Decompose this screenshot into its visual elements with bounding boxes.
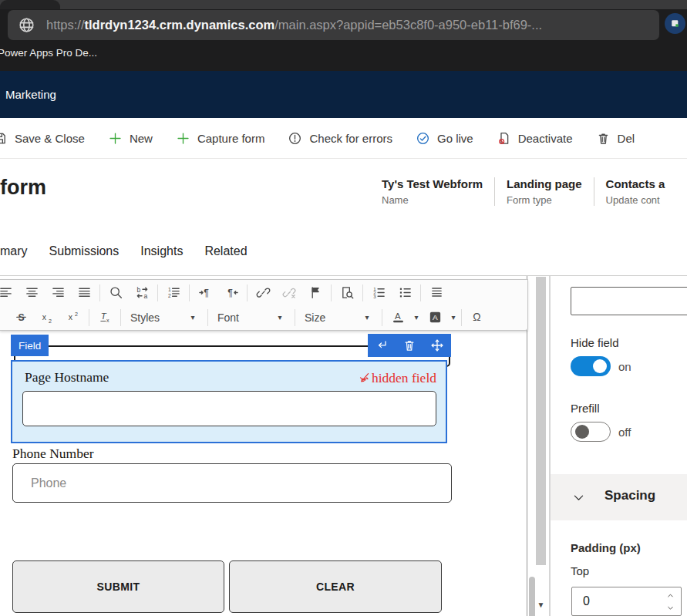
align-right-icon[interactable] <box>45 283 71 303</box>
panel-text-input[interactable] <box>571 287 687 315</box>
stepper-up-icon[interactable] <box>664 590 676 601</box>
command-label: Deactivate <box>518 132 573 145</box>
command-del[interactable]: Del <box>584 131 647 146</box>
subscript-icon[interactable]: x2 <box>34 308 60 328</box>
text-color-icon[interactable]: A <box>385 308 411 328</box>
prefill-state: off <box>618 426 631 439</box>
superscript-icon[interactable]: x2 <box>60 308 86 328</box>
url-host: tldrdyn1234.crm.dynamics.com <box>85 18 275 32</box>
align-center-icon[interactable] <box>19 283 45 303</box>
command-go-live[interactable]: Go live <box>404 131 485 146</box>
scroll-down-arrow[interactable]: ▼ <box>536 597 546 612</box>
richtext-toolbar: ba12¶¶123 Sx2x2TxStyles▾Font▾Size▾A▾A▾Ω <box>0 279 528 331</box>
svg-text:2: 2 <box>167 293 170 298</box>
chevron-down-icon: ▾ <box>362 313 372 321</box>
toolbar-separator <box>295 309 295 326</box>
align-left-icon[interactable] <box>0 283 19 303</box>
omega-icon[interactable]: Ω <box>464 308 490 328</box>
prefill-toggle[interactable] <box>571 422 611 442</box>
tab-insights[interactable]: Insights <box>140 244 183 258</box>
svg-text:¶: ¶ <box>204 288 209 298</box>
page-hostname-input[interactable] <box>22 391 436 426</box>
svg-text:a: a <box>143 292 147 300</box>
plus-icon <box>176 131 190 146</box>
toggle-knob <box>593 359 607 373</box>
field-label: Page Hostname <box>25 369 109 385</box>
svg-text:2: 2 <box>48 318 51 325</box>
svg-text:¶: ¶ <box>227 288 233 298</box>
tab-related[interactable]: Related <box>204 244 247 258</box>
property-panel: Hide field on Prefill off Spacing Paddin… <box>551 276 687 616</box>
toolbar-row-1: ba12¶¶123 <box>0 281 527 305</box>
bulleted-list-icon[interactable] <box>392 283 418 303</box>
dropdown-caret-icon[interactable]: ▾ <box>411 313 422 321</box>
strikethrough-icon[interactable]: S <box>8 308 34 328</box>
preview-icon[interactable] <box>334 283 360 303</box>
phone-input[interactable] <box>12 463 452 503</box>
paragraph-rtl-icon[interactable]: ¶ <box>218 283 244 303</box>
underline-icon[interactable] <box>0 308 8 328</box>
page-break-icon[interactable]: 12 <box>160 283 187 303</box>
command-new[interactable]: New <box>96 131 164 146</box>
toolbar-separator <box>247 284 248 301</box>
svg-text:x: x <box>68 313 72 321</box>
save-close-icon <box>0 131 8 146</box>
clear-button[interactable]: CLEAR <box>229 560 442 613</box>
styles-dropdown[interactable]: Styles▾ <box>123 311 205 324</box>
editor-scrollbar[interactable] <box>529 577 535 616</box>
bg-color-icon[interactable]: A <box>422 308 448 328</box>
extension-icon[interactable] <box>665 13 685 34</box>
dropdown-caret-icon[interactable]: ▾ <box>448 313 459 321</box>
spacing-section-header[interactable]: Spacing <box>551 474 687 520</box>
address-bar[interactable]: https://tldrdyn1234.crm.dynamics.com/mai… <box>8 10 659 40</box>
align-justify-icon[interactable] <box>71 283 97 303</box>
anchor-flag-icon[interactable] <box>302 283 328 303</box>
bookmark-item[interactable]: Power Apps Pro De... <box>0 47 97 59</box>
page-scrollbar[interactable] <box>536 277 546 565</box>
return-icon[interactable] <box>375 338 389 352</box>
spacing-label: Spacing <box>604 488 655 503</box>
hide-field-label: Hide field <box>571 336 619 349</box>
tab-mary[interactable]: mary <box>0 244 28 258</box>
stepper-down-icon[interactable] <box>664 602 676 613</box>
top-label: Top <box>571 564 589 577</box>
command-label: Check for errors <box>309 132 392 145</box>
svg-text:2: 2 <box>74 311 77 318</box>
command-deactivate[interactable]: Deactivate <box>485 131 584 146</box>
toolbar-separator <box>362 284 363 301</box>
search-icon[interactable] <box>103 283 129 303</box>
paragraph-ltr-icon[interactable]: ¶ <box>192 283 218 303</box>
move-icon[interactable] <box>430 338 444 352</box>
unlink-icon[interactable] <box>276 283 302 303</box>
app-title[interactable]: Marketing <box>5 71 56 118</box>
chevron-down-icon: ▾ <box>187 313 198 321</box>
selection-toolbar <box>368 334 451 357</box>
toolbar-separator <box>420 284 421 301</box>
line-height-icon[interactable] <box>423 283 450 303</box>
find-replace-icon[interactable]: ba <box>129 283 155 303</box>
header-field: Landing pageForm type <box>494 177 594 206</box>
trash-icon[interactable] <box>402 338 416 352</box>
clear-format-icon[interactable]: Tx <box>92 308 118 328</box>
command-capture-form[interactable]: Capture form <box>164 131 277 146</box>
padding-top-stepper[interactable]: 0 <box>571 587 682 616</box>
browser-tab[interactable] <box>0 0 60 9</box>
selected-field-block[interactable]: Page Hostname hidden field <box>11 360 447 443</box>
link-icon[interactable] <box>250 283 276 303</box>
font-dropdown[interactable]: Font▾ <box>210 311 292 324</box>
size-dropdown-label: Size <box>305 311 325 324</box>
header-field-value: Contacts a <box>606 177 665 190</box>
command-save-close[interactable]: Save & Close <box>0 131 96 146</box>
page-title: form <box>0 176 46 200</box>
command-check-for-errors[interactable]: Check for errors <box>276 131 404 146</box>
error-circle-icon <box>288 131 302 146</box>
command-label: Save & Close <box>15 132 85 145</box>
size-dropdown[interactable]: Size▾ <box>298 311 379 324</box>
submit-button[interactable]: SUBMIT <box>12 560 224 613</box>
tab-submissions[interactable]: Submissions <box>49 244 120 258</box>
header-field-label: Update cont <box>606 194 665 206</box>
numbered-list-icon[interactable]: 123 <box>365 283 392 303</box>
command-label: New <box>130 132 153 145</box>
hide-field-toggle[interactable] <box>571 356 611 376</box>
svg-text:x: x <box>106 318 109 324</box>
